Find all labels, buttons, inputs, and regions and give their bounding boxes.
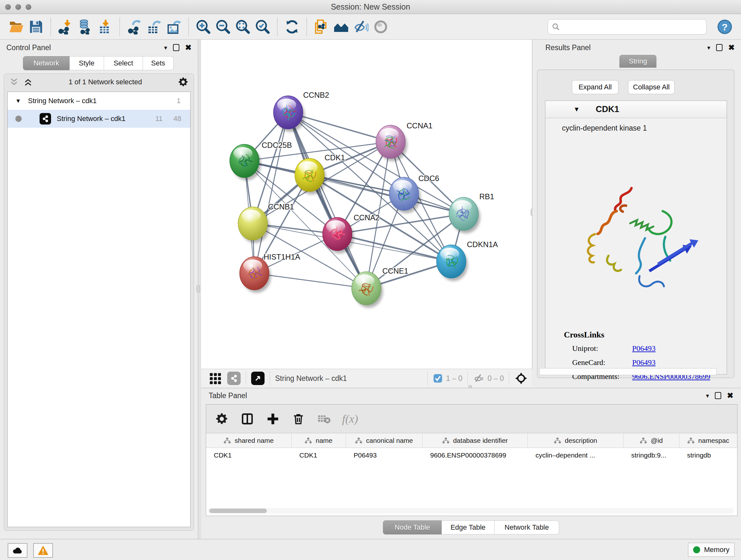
zoom-selected-button[interactable]	[253, 17, 273, 37]
cell-id[interactable]: stringdb:9...	[623, 448, 679, 463]
column-header-canonical-name[interactable]: canonical name	[346, 433, 422, 448]
column-header-name[interactable]: name	[292, 433, 346, 448]
save-session-button[interactable]	[26, 17, 46, 37]
node-result-header[interactable]: ▼ CDK1	[545, 101, 727, 118]
tab-select[interactable]: Select	[104, 56, 143, 70]
refresh-icon	[284, 19, 300, 35]
zoom-out-button[interactable]	[213, 17, 233, 37]
global-search-field[interactable]	[548, 19, 706, 35]
control-panel-title: Control Panel	[6, 44, 51, 52]
hidden-node-edge-count: 0 – 0	[488, 374, 504, 383]
expand-all-button[interactable]: Expand All	[572, 80, 618, 94]
memory-button[interactable]: Memory	[688, 543, 735, 557]
export-network-icon	[127, 19, 142, 35]
panel-close-icon[interactable]: ✖	[727, 391, 733, 400]
section-collapse-icon[interactable]: ▼	[574, 106, 580, 113]
network-selection-status: 1 of 1 Network selected	[33, 78, 178, 86]
protein-structure-image	[576, 155, 700, 321]
cell-description[interactable]: cyclin–dependent ...	[528, 448, 623, 463]
delete-column-button[interactable]	[291, 412, 306, 426]
fit-selected-crosshair-icon[interactable]	[515, 372, 528, 385]
splitter-handle[interactable]	[197, 285, 200, 293]
tab-network[interactable]: Network	[23, 56, 70, 70]
import-network-file-button[interactable]	[56, 17, 75, 37]
cell-shared-name[interactable]: CDK1	[206, 448, 292, 463]
tab-network-table[interactable]: Network Table	[495, 520, 559, 535]
export-network-button[interactable]	[125, 17, 144, 37]
scrollbar-thumb[interactable]	[209, 509, 267, 513]
network-collection-row[interactable]: ▼ String Network – cdk1 1	[8, 92, 190, 110]
show-columns-button[interactable]	[240, 412, 255, 426]
panel-float-icon[interactable]	[173, 44, 179, 51]
tab-sets[interactable]: Sets	[143, 56, 174, 70]
results-scroll-strip[interactable]	[539, 368, 717, 375]
column-header-namespace[interactable]: namespac	[679, 433, 737, 448]
export-image-button[interactable]	[164, 17, 184, 37]
create-column-button[interactable]	[266, 412, 280, 426]
new-network-from-selection-button[interactable]	[312, 17, 331, 37]
panel-close-icon[interactable]: ✖	[728, 43, 735, 52]
cloud-status-button[interactable]	[8, 543, 27, 558]
help-icon: ?	[717, 19, 732, 35]
crosslink-label: Uniprot:	[572, 344, 632, 353]
panel-close-icon[interactable]: ✖	[185, 43, 192, 52]
svg-text:CCNA1: CCNA1	[407, 121, 432, 130]
panel-menu-icon[interactable]: ▾	[706, 392, 709, 399]
cell-name[interactable]: CDK1	[292, 448, 346, 463]
node-result-title: CDK1	[596, 105, 619, 114]
hide-selected-button[interactable]	[351, 17, 371, 37]
tab-style[interactable]: Style	[70, 56, 104, 70]
selected-nodes-checkbox-icon[interactable]	[433, 373, 443, 383]
function-builder-button[interactable]: f(x)	[342, 412, 358, 426]
tree-expand-icon[interactable]: ▼	[15, 98, 21, 105]
import-network-database-button[interactable]	[75, 17, 95, 37]
panel-menu-icon[interactable]: ▾	[707, 44, 711, 51]
network-canvas[interactable]: CCNB2CCNA1CDC25BCDK1CDC6RB1CCNB1CCNA2CDK…	[201, 40, 532, 369]
cell-canonical-name[interactable]: P06493	[346, 448, 422, 463]
collapse-all-icon[interactable]	[9, 77, 19, 87]
zoom-fit-button[interactable]	[233, 17, 253, 37]
save-floppy-icon	[28, 19, 44, 35]
first-neighbors-button[interactable]	[331, 17, 351, 37]
cell-namespace[interactable]: stringdb	[679, 448, 737, 463]
search-input[interactable]	[563, 23, 702, 31]
gear-icon[interactable]	[178, 77, 189, 87]
network-node	[389, 177, 421, 213]
panel-float-icon[interactable]	[715, 392, 721, 399]
string-view-icon[interactable]	[227, 372, 241, 385]
grid-view-icon[interactable]	[208, 371, 222, 385]
table-settings-button[interactable]	[214, 412, 229, 426]
import-table-file-button[interactable]	[95, 17, 115, 37]
network-node	[323, 217, 354, 253]
eye-slash-icon	[353, 19, 368, 35]
export-table-button[interactable]	[144, 17, 164, 37]
column-header-shared-name[interactable]: shared name	[206, 433, 292, 448]
warnings-button[interactable]	[33, 543, 53, 558]
zoom-in-button[interactable]	[193, 17, 213, 37]
svg-text:RB1: RB1	[479, 192, 494, 201]
network-row-selected[interactable]: String Network – cdk1 11 48	[8, 110, 190, 128]
open-session-button[interactable]	[6, 17, 26, 37]
help-button[interactable]: ?	[715, 17, 735, 37]
panel-float-icon[interactable]	[716, 44, 723, 51]
tab-edge-table[interactable]: Edge Table	[442, 520, 495, 535]
panel-menu-icon[interactable]: ▾	[164, 44, 167, 51]
tab-string[interactable]: String	[619, 55, 657, 68]
column-header-description[interactable]: description	[528, 433, 623, 448]
show-all-button[interactable]	[371, 17, 391, 37]
collapse-all-button[interactable]: Collapse All	[628, 80, 675, 94]
apply-preferred-layout-button[interactable]	[282, 17, 302, 37]
column-header-database-identifier[interactable]: database identifier	[422, 433, 528, 448]
horizontal-scrollbar[interactable]	[207, 508, 734, 514]
delete-table-button[interactable]	[317, 412, 331, 426]
svg-text:HIST1H1A: HIST1H1A	[264, 253, 300, 261]
column-header-id[interactable]: @id	[623, 433, 679, 448]
birds-eye-view-button[interactable]	[251, 372, 265, 385]
zoom-out-icon	[215, 19, 231, 35]
tab-node-table[interactable]: Node Table	[383, 520, 442, 535]
expand-all-icon[interactable]	[23, 77, 33, 87]
crosslink-link[interactable]: P06493	[632, 358, 656, 367]
cell-database-identifier[interactable]: 9606.ENSP00000378699	[422, 448, 528, 463]
crosslink-link[interactable]: P06493	[632, 344, 656, 353]
table-header-row: shared name name canonical name database…	[206, 433, 737, 448]
